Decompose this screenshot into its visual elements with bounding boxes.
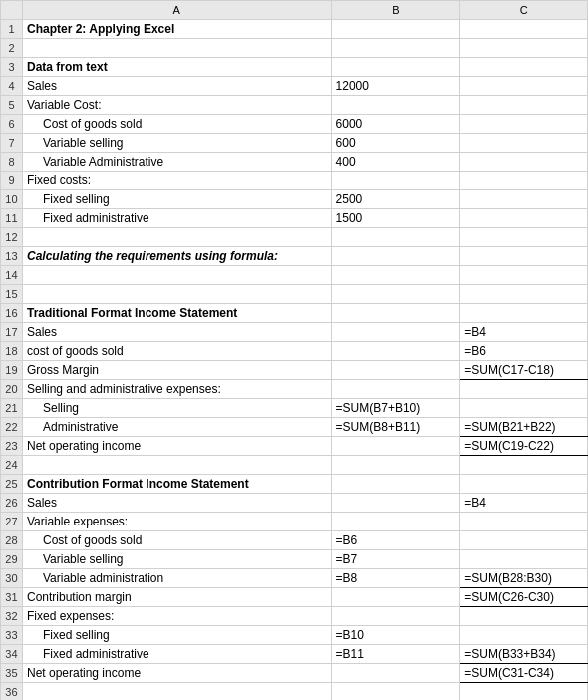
- cell-c[interactable]: [460, 456, 588, 475]
- cell-a[interactable]: Calculating the requirements using formu…: [22, 247, 331, 266]
- cell-c[interactable]: [460, 39, 588, 58]
- cell-c[interactable]: [460, 285, 588, 304]
- cell-b[interactable]: [331, 475, 460, 494]
- cell-c[interactable]: [460, 513, 588, 531]
- cell-b[interactable]: =B10: [331, 626, 460, 645]
- cell-a[interactable]: Data from text: [22, 58, 331, 77]
- cell-b[interactable]: 600: [331, 134, 460, 153]
- cell-b[interactable]: [331, 228, 460, 247]
- cell-a[interactable]: [22, 39, 331, 58]
- cell-b[interactable]: [331, 58, 460, 77]
- cell-c[interactable]: [460, 209, 588, 228]
- cell-c[interactable]: [460, 228, 588, 247]
- cell-a[interactable]: cost of goods sold: [22, 342, 331, 361]
- cell-a[interactable]: Variable selling: [22, 134, 331, 153]
- cell-c[interactable]: [460, 153, 588, 172]
- cell-b[interactable]: [331, 664, 460, 683]
- cell-b[interactable]: [331, 285, 460, 304]
- cell-b[interactable]: [331, 247, 460, 266]
- cell-a[interactable]: Cost of goods sold: [22, 115, 331, 134]
- cell-b[interactable]: [331, 683, 460, 701]
- cell-a[interactable]: [22, 683, 331, 701]
- cell-c[interactable]: [460, 96, 588, 115]
- cell-b[interactable]: [331, 39, 460, 58]
- cell-b[interactable]: [331, 437, 460, 456]
- cell-a[interactable]: Fixed costs:: [22, 172, 331, 190]
- cell-b[interactable]: 6000: [331, 115, 460, 134]
- cell-a[interactable]: Selling and administrative expenses:: [22, 380, 331, 399]
- cell-a[interactable]: [22, 456, 331, 475]
- cell-a[interactable]: Fixed expenses:: [22, 607, 331, 626]
- cell-c[interactable]: [460, 607, 588, 626]
- cell-b[interactable]: [331, 342, 460, 361]
- cell-b[interactable]: 400: [331, 153, 460, 172]
- cell-a[interactable]: Variable Administrative: [22, 153, 331, 172]
- cell-c[interactable]: =SUM(C26-C30): [460, 588, 588, 607]
- cell-c[interactable]: =SUM(C19-C22): [460, 437, 588, 456]
- cell-b[interactable]: =SUM(B8+B11): [331, 418, 460, 437]
- cell-b[interactable]: =B7: [331, 550, 460, 569]
- cell-b[interactable]: [331, 380, 460, 399]
- cell-c[interactable]: =SUM(B33+B34): [460, 645, 588, 664]
- cell-c[interactable]: [460, 380, 588, 399]
- cell-a[interactable]: Fixed administrative: [22, 209, 331, 228]
- cell-a[interactable]: Cost of goods sold: [22, 531, 331, 550]
- cell-b[interactable]: [331, 456, 460, 475]
- cell-b[interactable]: [331, 513, 460, 531]
- cell-a[interactable]: Variable Cost:: [22, 96, 331, 115]
- cell-c[interactable]: =B6: [460, 342, 588, 361]
- cell-b[interactable]: [331, 266, 460, 285]
- cell-a[interactable]: Administrative: [22, 418, 331, 437]
- cell-c[interactable]: [460, 475, 588, 494]
- cell-c[interactable]: [460, 531, 588, 550]
- cell-b[interactable]: 1500: [331, 209, 460, 228]
- cell-b[interactable]: 2500: [331, 190, 460, 209]
- cell-a[interactable]: Variable administration: [22, 569, 331, 588]
- cell-a[interactable]: Traditional Format Income Statement: [22, 304, 331, 323]
- cell-a[interactable]: Net operating income: [22, 437, 331, 456]
- cell-c[interactable]: [460, 115, 588, 134]
- cell-a[interactable]: Sales: [22, 494, 331, 513]
- cell-a[interactable]: [22, 285, 331, 304]
- cell-b[interactable]: [331, 304, 460, 323]
- cell-b[interactable]: =B6: [331, 531, 460, 550]
- cell-b[interactable]: [331, 323, 460, 342]
- cell-c[interactable]: =SUM(B28:B30): [460, 569, 588, 588]
- cell-a[interactable]: Fixed selling: [22, 190, 331, 209]
- cell-b[interactable]: [331, 172, 460, 190]
- cell-a[interactable]: Contribution Format Income Statement: [22, 475, 331, 494]
- cell-a[interactable]: Variable selling: [22, 550, 331, 569]
- cell-a[interactable]: Variable expenses:: [22, 513, 331, 531]
- cell-a[interactable]: Contribution margin: [22, 588, 331, 607]
- cell-c[interactable]: [460, 399, 588, 418]
- cell-b[interactable]: =B11: [331, 645, 460, 664]
- cell-c[interactable]: [460, 266, 588, 285]
- cell-c[interactable]: [460, 190, 588, 209]
- cell-b[interactable]: [331, 96, 460, 115]
- cell-c[interactable]: =B4: [460, 323, 588, 342]
- cell-c[interactable]: =SUM(C31-C34): [460, 664, 588, 683]
- cell-c[interactable]: [460, 626, 588, 645]
- cell-a[interactable]: Net operating income: [22, 664, 331, 683]
- cell-c[interactable]: =B4: [460, 494, 588, 513]
- cell-a[interactable]: Gross Margin: [22, 361, 331, 380]
- cell-b[interactable]: [331, 607, 460, 626]
- cell-a[interactable]: Sales: [22, 77, 331, 96]
- cell-b[interactable]: 12000: [331, 77, 460, 96]
- cell-a[interactable]: Fixed administrative: [22, 645, 331, 664]
- cell-a[interactable]: [22, 266, 331, 285]
- cell-b[interactable]: [331, 20, 460, 39]
- cell-c[interactable]: [460, 172, 588, 190]
- cell-c[interactable]: [460, 134, 588, 153]
- cell-c[interactable]: [460, 550, 588, 569]
- cell-b[interactable]: [331, 494, 460, 513]
- cell-c[interactable]: [460, 247, 588, 266]
- cell-b[interactable]: [331, 588, 460, 607]
- cell-a[interactable]: Selling: [22, 399, 331, 418]
- cell-c[interactable]: [460, 58, 588, 77]
- cell-c[interactable]: [460, 20, 588, 39]
- cell-b[interactable]: =B8: [331, 569, 460, 588]
- cell-b[interactable]: [331, 361, 460, 380]
- cell-a[interactable]: Fixed selling: [22, 626, 331, 645]
- cell-a[interactable]: Chapter 2: Applying Excel: [22, 20, 331, 39]
